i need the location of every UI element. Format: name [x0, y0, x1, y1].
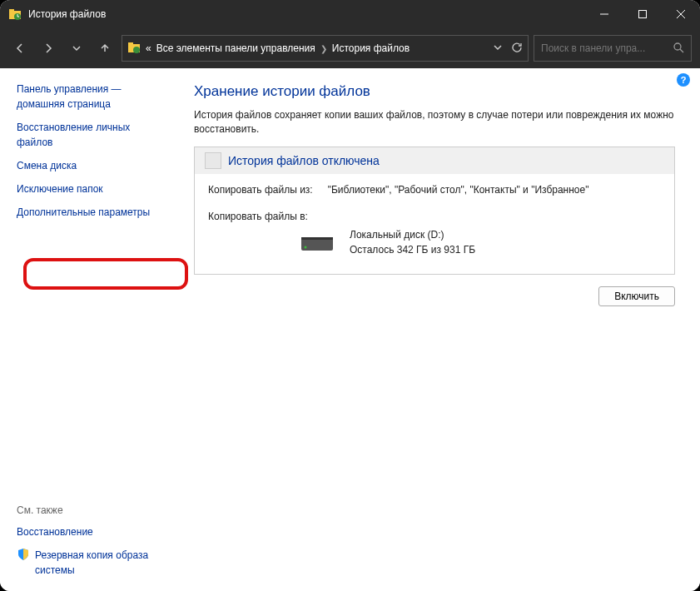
- enable-button[interactable]: Включить: [598, 286, 675, 306]
- copy-from-value: "Библиотеки", "Рабочий стол", "Контакты"…: [328, 184, 589, 196]
- main-content: ? Хранение истории файлов История файлов…: [171, 68, 700, 591]
- sidebar-link-exclude[interactable]: Исключение папок: [17, 181, 166, 196]
- copy-from-label: Копировать файлы из:: [208, 184, 313, 196]
- refresh-button[interactable]: [511, 42, 523, 56]
- sidebar-link-home[interactable]: Панель управления — домашняя страница: [17, 82, 166, 112]
- forward-button[interactable]: [37, 37, 60, 60]
- svg-rect-4: [639, 11, 647, 18]
- page-heading: Хранение истории файлов: [194, 83, 675, 100]
- page-description: История файлов сохраняет копии ваших фай…: [194, 108, 675, 137]
- breadcrumb-item[interactable]: История файлов: [332, 42, 410, 54]
- help-icon[interactable]: ?: [677, 73, 690, 87]
- svg-point-9: [133, 47, 140, 53]
- svg-line-11: [680, 49, 683, 52]
- sidebar: Панель управления — домашняя страница Во…: [0, 68, 171, 591]
- search-icon: [673, 42, 684, 56]
- status-panel: История файлов отключена Копировать файл…: [194, 147, 675, 275]
- sidebar-link-restore[interactable]: Восстановление личных файлов: [17, 120, 166, 150]
- up-button[interactable]: [93, 37, 117, 60]
- recent-dropdown[interactable]: [65, 37, 88, 60]
- breadcrumb-item[interactable]: Все элементы панели управления: [156, 42, 315, 54]
- breadcrumb-dropdown[interactable]: [493, 42, 503, 55]
- minimize-button[interactable]: [585, 0, 623, 28]
- status-panel-title: История файлов отключена: [228, 154, 380, 167]
- breadcrumb-icon: [127, 41, 141, 57]
- search-box[interactable]: [534, 35, 692, 62]
- svg-point-10: [674, 43, 681, 50]
- navbar: « Все элементы панели управления ❯ Истор…: [0, 28, 700, 68]
- close-button[interactable]: [662, 0, 700, 28]
- window-title: История файлов: [28, 8, 585, 20]
- drive-icon: [300, 231, 335, 254]
- copy-to-label: Копировать файлы в:: [208, 211, 315, 222]
- titlebar: История файлов: [0, 0, 700, 28]
- chevron-right-icon: ❯: [320, 44, 327, 53]
- address-bar[interactable]: « Все элементы панели управления ❯ Истор…: [122, 35, 529, 62]
- svg-rect-13: [301, 237, 333, 240]
- search-input[interactable]: [541, 42, 668, 54]
- file-history-icon: [8, 7, 22, 21]
- sidebar-link-change-drive[interactable]: Смена диска: [17, 158, 166, 173]
- sidebar-link-advanced[interactable]: Дополнительные параметры: [17, 205, 166, 220]
- sidebar-link-recovery[interactable]: Восстановление: [17, 524, 166, 539]
- drive-name: Локальный диск (D:): [350, 227, 475, 242]
- back-button[interactable]: [8, 37, 32, 60]
- drive-space: Осталось 342 ГБ из 931 ГБ: [350, 242, 475, 257]
- sidebar-link-backup-image[interactable]: Резервная копия образа системы: [35, 548, 166, 578]
- maximize-button[interactable]: [623, 0, 662, 28]
- status-icon: [205, 152, 221, 169]
- shield-icon: [17, 548, 30, 561]
- status-panel-title-row: История файлов отключена: [195, 147, 674, 174]
- svg-point-14: [305, 246, 307, 248]
- breadcrumb-prefix: «: [146, 42, 151, 54]
- see-also-label: См. также: [17, 504, 166, 516]
